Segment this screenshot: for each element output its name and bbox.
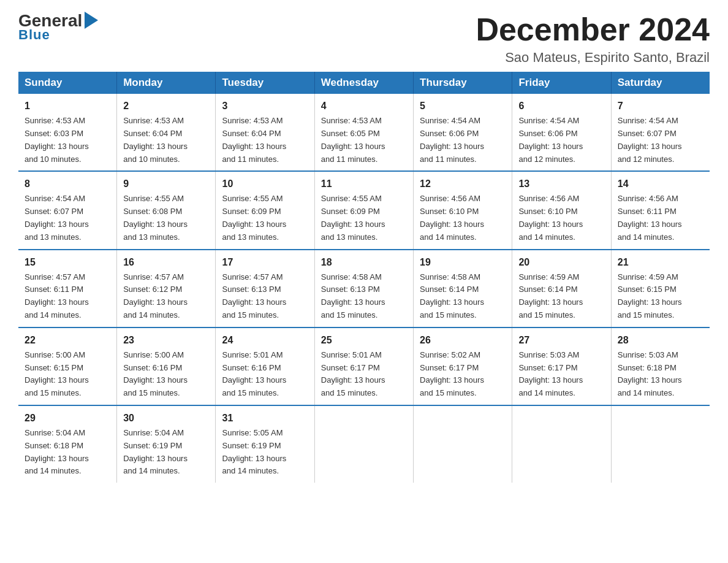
day-info: Sunrise: 4:53 AMSunset: 6:05 PMDaylight:… — [321, 115, 407, 166]
day-info: Sunrise: 4:59 AMSunset: 6:15 PMDaylight:… — [618, 271, 703, 322]
calendar-cell: 25 Sunrise: 5:01 AMSunset: 6:17 PMDaylig… — [314, 327, 413, 405]
calendar-header: SundayMondayTuesdayWednesdayThursdayFrid… — [18, 72, 710, 94]
day-number: 1 — [25, 99, 110, 113]
day-info: Sunrise: 5:03 AMSunset: 6:18 PMDaylight:… — [618, 349, 703, 400]
calendar-cell: 24 Sunrise: 5:01 AMSunset: 6:16 PMDaylig… — [216, 327, 314, 405]
day-number: 20 — [518, 255, 604, 270]
day-number: 5 — [420, 99, 506, 113]
calendar-cell: 11 Sunrise: 4:55 AMSunset: 6:09 PMDaylig… — [314, 171, 413, 249]
day-info: Sunrise: 5:03 AMSunset: 6:17 PMDaylight:… — [518, 349, 604, 400]
calendar-cell: 29 Sunrise: 5:04 AMSunset: 6:18 PMDaylig… — [18, 405, 117, 483]
calendar-cell: 3 Sunrise: 4:53 AMSunset: 6:04 PMDayligh… — [216, 94, 314, 171]
day-info: Sunrise: 4:57 AMSunset: 6:13 PMDaylight:… — [222, 271, 308, 322]
calendar-body: 1 Sunrise: 4:53 AMSunset: 6:03 PMDayligh… — [18, 94, 710, 483]
month-title: December 2024 — [476, 12, 710, 47]
calendar-cell: 8 Sunrise: 4:54 AMSunset: 6:07 PMDayligh… — [18, 171, 117, 249]
calendar-cell: 13 Sunrise: 4:56 AMSunset: 6:10 PMDaylig… — [512, 171, 611, 249]
calendar-cell: 27 Sunrise: 5:03 AMSunset: 6:17 PMDaylig… — [512, 327, 611, 405]
day-info: Sunrise: 4:55 AMSunset: 6:08 PMDaylight:… — [123, 193, 209, 243]
day-info: Sunrise: 5:05 AMSunset: 6:19 PMDaylight:… — [222, 427, 308, 478]
calendar-cell — [414, 405, 512, 483]
day-number: 31 — [222, 411, 308, 426]
day-number: 28 — [618, 333, 703, 348]
day-number: 14 — [618, 177, 703, 191]
day-number: 13 — [518, 177, 604, 191]
calendar-cell: 15 Sunrise: 4:57 AMSunset: 6:11 PMDaylig… — [18, 250, 117, 327]
day-info: Sunrise: 4:55 AMSunset: 6:09 PMDaylight:… — [222, 193, 308, 243]
day-number: 7 — [618, 99, 703, 113]
calendar-cell: 18 Sunrise: 4:58 AMSunset: 6:13 PMDaylig… — [314, 250, 413, 327]
day-number: 19 — [420, 255, 506, 270]
calendar-cell: 14 Sunrise: 4:56 AMSunset: 6:11 PMDaylig… — [611, 171, 710, 249]
day-info: Sunrise: 4:56 AMSunset: 6:10 PMDaylight:… — [420, 193, 506, 243]
day-info: Sunrise: 4:54 AMSunset: 6:06 PMDaylight:… — [518, 115, 604, 166]
calendar-cell — [512, 405, 611, 483]
day-info: Sunrise: 5:00 AMSunset: 6:16 PMDaylight:… — [123, 349, 209, 400]
header-monday: Monday — [117, 72, 216, 94]
day-number: 21 — [618, 255, 703, 270]
calendar-cell: 30 Sunrise: 5:04 AMSunset: 6:19 PMDaylig… — [117, 405, 216, 483]
week-row-2: 8 Sunrise: 4:54 AMSunset: 6:07 PMDayligh… — [18, 171, 710, 249]
day-number: 30 — [123, 411, 209, 426]
calendar-cell: 4 Sunrise: 4:53 AMSunset: 6:05 PMDayligh… — [314, 94, 413, 171]
calendar-cell: 21 Sunrise: 4:59 AMSunset: 6:15 PMDaylig… — [611, 250, 710, 327]
day-info: Sunrise: 5:04 AMSunset: 6:19 PMDaylight:… — [123, 427, 209, 478]
day-number: 15 — [25, 255, 110, 270]
day-number: 4 — [321, 99, 407, 113]
calendar-cell: 10 Sunrise: 4:55 AMSunset: 6:09 PMDaylig… — [216, 171, 314, 249]
header-row: SundayMondayTuesdayWednesdayThursdayFrid… — [18, 72, 710, 94]
calendar-cell — [314, 405, 413, 483]
day-number: 26 — [420, 333, 506, 348]
calendar-cell: 28 Sunrise: 5:03 AMSunset: 6:18 PMDaylig… — [611, 327, 710, 405]
day-number: 3 — [222, 99, 308, 113]
location-subtitle: Sao Mateus, Espirito Santo, Brazil — [476, 50, 710, 66]
day-number: 10 — [222, 177, 308, 191]
calendar-cell: 9 Sunrise: 4:55 AMSunset: 6:08 PMDayligh… — [117, 171, 216, 249]
logo-arrow-icon — [85, 12, 98, 29]
day-info: Sunrise: 4:57 AMSunset: 6:12 PMDaylight:… — [123, 271, 209, 322]
calendar-cell: 2 Sunrise: 4:53 AMSunset: 6:04 PMDayligh… — [117, 94, 216, 171]
day-info: Sunrise: 5:00 AMSunset: 6:15 PMDaylight:… — [25, 349, 110, 400]
day-info: Sunrise: 4:58 AMSunset: 6:13 PMDaylight:… — [321, 271, 407, 322]
day-number: 27 — [518, 333, 604, 348]
page-header: General Blue December 2024 Sao Mateus, E… — [18, 12, 710, 66]
calendar-cell: 16 Sunrise: 4:57 AMSunset: 6:12 PMDaylig… — [117, 250, 216, 327]
day-number: 16 — [123, 255, 209, 270]
calendar-cell: 5 Sunrise: 4:54 AMSunset: 6:06 PMDayligh… — [414, 94, 512, 171]
calendar-cell: 1 Sunrise: 4:53 AMSunset: 6:03 PMDayligh… — [18, 94, 117, 171]
header-saturday: Saturday — [611, 72, 710, 94]
day-number: 23 — [123, 333, 209, 348]
week-row-5: 29 Sunrise: 5:04 AMSunset: 6:18 PMDaylig… — [18, 405, 710, 483]
day-info: Sunrise: 4:56 AMSunset: 6:11 PMDaylight:… — [618, 193, 703, 243]
calendar-cell: 20 Sunrise: 4:59 AMSunset: 6:14 PMDaylig… — [512, 250, 611, 327]
calendar-cell: 7 Sunrise: 4:54 AMSunset: 6:07 PMDayligh… — [611, 94, 710, 171]
day-info: Sunrise: 4:56 AMSunset: 6:10 PMDaylight:… — [518, 193, 604, 243]
week-row-4: 22 Sunrise: 5:00 AMSunset: 6:15 PMDaylig… — [18, 327, 710, 405]
day-info: Sunrise: 4:53 AMSunset: 6:04 PMDaylight:… — [222, 115, 308, 166]
day-number: 9 — [123, 177, 209, 191]
day-number: 18 — [321, 255, 407, 270]
day-info: Sunrise: 4:57 AMSunset: 6:11 PMDaylight:… — [25, 271, 110, 322]
day-info: Sunrise: 4:55 AMSunset: 6:09 PMDaylight:… — [321, 193, 407, 243]
calendar-cell: 12 Sunrise: 4:56 AMSunset: 6:10 PMDaylig… — [414, 171, 512, 249]
day-number: 11 — [321, 177, 407, 191]
day-number: 22 — [25, 333, 110, 348]
header-tuesday: Tuesday — [216, 72, 314, 94]
title-area: December 2024 Sao Mateus, Espirito Santo… — [476, 12, 710, 66]
calendar-cell: 19 Sunrise: 4:58 AMSunset: 6:14 PMDaylig… — [414, 250, 512, 327]
calendar-table: SundayMondayTuesdayWednesdayThursdayFrid… — [18, 72, 710, 483]
week-row-1: 1 Sunrise: 4:53 AMSunset: 6:03 PMDayligh… — [18, 94, 710, 171]
day-info: Sunrise: 4:53 AMSunset: 6:03 PMDaylight:… — [25, 115, 110, 166]
calendar-cell: 31 Sunrise: 5:05 AMSunset: 6:19 PMDaylig… — [216, 405, 314, 483]
day-info: Sunrise: 4:59 AMSunset: 6:14 PMDaylight:… — [518, 271, 604, 322]
day-number: 25 — [321, 333, 407, 348]
week-row-3: 15 Sunrise: 4:57 AMSunset: 6:11 PMDaylig… — [18, 250, 710, 327]
svg-marker-0 — [85, 12, 98, 29]
day-number: 24 — [222, 333, 308, 348]
header-wednesday: Wednesday — [314, 72, 413, 94]
day-info: Sunrise: 5:02 AMSunset: 6:17 PMDaylight:… — [420, 349, 506, 400]
calendar-cell — [611, 405, 710, 483]
day-number: 12 — [420, 177, 506, 191]
day-info: Sunrise: 4:58 AMSunset: 6:14 PMDaylight:… — [420, 271, 506, 322]
day-info: Sunrise: 5:01 AMSunset: 6:17 PMDaylight:… — [321, 349, 407, 400]
